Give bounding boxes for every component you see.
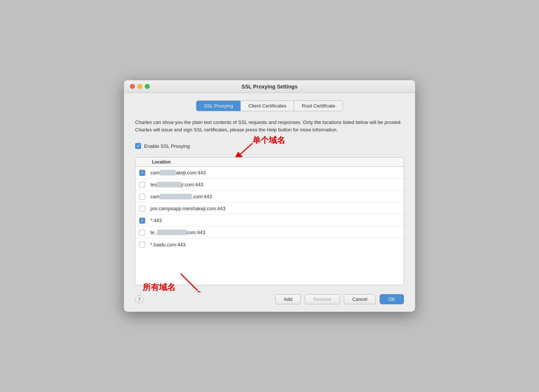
row-text-1: tes ji.com:443	[150, 182, 203, 187]
enable-ssl-label: Enable SSL Proxying	[144, 143, 190, 149]
row-checkbox-5[interactable]	[139, 230, 145, 236]
row-text-5: te.. cam com:443	[150, 230, 205, 235]
bottom-row: ? Add Remove Cancel OK	[135, 294, 404, 304]
row-text-3: pre.campsapp.meishakeji.com:443	[150, 206, 225, 211]
row-text-0: cam akeji.com:443	[150, 170, 206, 175]
table-row[interactable]: cam .com:443	[135, 191, 404, 203]
table-row[interactable]: cam akeji.com:443	[135, 167, 404, 179]
help-button[interactable]: ?	[135, 295, 143, 304]
close-button[interactable]	[130, 84, 135, 89]
table-row[interactable]: pre.campsapp.meishakeji.com:443	[135, 203, 404, 215]
row-text-2: cam .com:443	[150, 194, 212, 199]
ssl-proxying-settings-window: SSL Proxying Settings SSL Proxying Clien…	[124, 80, 415, 312]
row-checkbox-3[interactable]	[139, 206, 145, 212]
tab-root-certificate[interactable]: Root Certificate	[294, 101, 343, 111]
content-area: SSL Proxying Client Certificates Root Ce…	[124, 93, 415, 312]
maximize-button[interactable]	[145, 84, 150, 89]
traffic-lights	[130, 84, 150, 89]
table-header: Location	[135, 158, 404, 167]
row-checkbox-1[interactable]	[139, 182, 145, 188]
tab-client-certificates[interactable]: Client Certificates	[241, 101, 294, 111]
location-column-header: Location	[152, 159, 171, 165]
row-checkbox-4[interactable]	[139, 218, 145, 224]
tab-ssl-proxying[interactable]: SSL Proxying	[196, 101, 241, 111]
tabs-container: SSL Proxying Client Certificates Root Ce…	[135, 100, 404, 111]
row-text-4: *:443	[150, 218, 162, 223]
row-checkbox-2[interactable]	[139, 194, 145, 200]
table-row[interactable]: *:443	[135, 215, 404, 227]
title-bar: SSL Proxying Settings	[124, 80, 415, 93]
bottom-left: ?	[135, 295, 275, 304]
table-row[interactable]: *.baidu.com:443	[135, 239, 404, 251]
minimize-button[interactable]	[137, 84, 142, 89]
remove-button[interactable]: Remove	[305, 294, 340, 304]
row-checkbox-6[interactable]	[139, 242, 145, 248]
window-title: SSL Proxying Settings	[242, 84, 297, 90]
enable-ssl-row: Enable SSL Proxying 单个域名	[135, 139, 404, 153]
description-text: Charles can show you the plain text cont…	[135, 119, 404, 133]
row-checkbox-0[interactable]	[139, 170, 145, 176]
row-text-6: *.baidu.com:443	[150, 242, 186, 248]
add-button[interactable]: Add	[275, 294, 301, 304]
tab-group: SSL Proxying Client Certificates Root Ce…	[196, 100, 343, 111]
enable-ssl-checkbox[interactable]	[135, 143, 141, 149]
ok-button[interactable]: OK	[380, 294, 404, 304]
locations-table: Location cam akeji.com:443 tes ji.com:44…	[135, 157, 404, 285]
table-row[interactable]: te.. cam com:443	[135, 227, 404, 239]
cancel-button[interactable]: Cancel	[344, 294, 376, 304]
table-row[interactable]: tes ji.com:443	[135, 179, 404, 191]
